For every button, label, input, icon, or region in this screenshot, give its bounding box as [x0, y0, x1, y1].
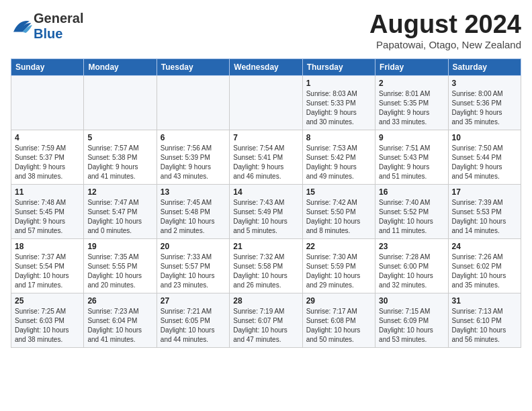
calendar-week-row: 18Sunrise: 7:37 AM Sunset: 5:54 PM Dayli…: [11, 238, 521, 293]
day-number: 24: [452, 242, 517, 251]
day-info: Sunrise: 7:28 AM Sunset: 6:00 PM Dayligh…: [379, 253, 444, 290]
day-number: 28: [233, 296, 298, 306]
day-number: 17: [452, 187, 517, 197]
day-number: 1: [306, 79, 371, 88]
location-subtitle: Papatowai, Otago, New Zealand: [369, 39, 521, 50]
day-info: Sunrise: 7:51 AM Sunset: 5:43 PM Dayligh…: [379, 144, 444, 181]
calendar-day-cell: 6Sunrise: 7:56 AM Sunset: 5:39 PM Daylig…: [157, 130, 229, 184]
day-number: 22: [306, 242, 371, 251]
day-info: Sunrise: 7:37 AM Sunset: 5:54 PM Dayligh…: [15, 253, 80, 290]
day-info: Sunrise: 7:15 AM Sunset: 6:09 PM Dayligh…: [379, 307, 444, 345]
day-info: Sunrise: 7:17 AM Sunset: 6:08 PM Dayligh…: [306, 307, 371, 345]
calendar-table: SundayMondayTuesdayWednesdayThursdayFrid…: [11, 58, 521, 348]
calendar-day-cell: 7Sunrise: 7:54 AM Sunset: 5:41 PM Daylig…: [230, 130, 302, 184]
calendar-day-cell: 23Sunrise: 7:28 AM Sunset: 6:00 PM Dayli…: [375, 238, 448, 293]
calendar-day-cell: 29Sunrise: 7:17 AM Sunset: 6:08 PM Dayli…: [302, 293, 375, 347]
day-number: 19: [87, 242, 152, 251]
calendar-day-cell: 30Sunrise: 7:15 AM Sunset: 6:09 PM Dayli…: [375, 293, 448, 347]
day-of-week-header: Saturday: [448, 58, 521, 75]
calendar-day-cell: 13Sunrise: 7:45 AM Sunset: 5:48 PM Dayli…: [157, 184, 229, 238]
day-number: 27: [161, 296, 226, 306]
calendar-week-row: 11Sunrise: 7:48 AM Sunset: 5:45 PM Dayli…: [11, 184, 521, 238]
calendar-day-cell: 26Sunrise: 7:23 AM Sunset: 6:04 PM Dayli…: [84, 293, 157, 347]
day-number: 29: [306, 296, 371, 306]
day-info: Sunrise: 7:56 AM Sunset: 5:39 PM Dayligh…: [161, 144, 226, 181]
calendar-day-cell: 2Sunrise: 8:01 AM Sunset: 5:35 PM Daylig…: [375, 75, 448, 130]
day-number: 15: [306, 187, 371, 197]
day-info: Sunrise: 7:32 AM Sunset: 5:58 PM Dayligh…: [233, 253, 298, 290]
day-info: Sunrise: 7:26 AM Sunset: 6:02 PM Dayligh…: [452, 253, 517, 290]
calendar-day-cell: 5Sunrise: 7:57 AM Sunset: 5:38 PM Daylig…: [84, 130, 157, 184]
calendar-day-cell: 20Sunrise: 7:33 AM Sunset: 5:57 PM Dayli…: [157, 238, 229, 293]
calendar-day-cell: 9Sunrise: 7:51 AM Sunset: 5:43 PM Daylig…: [375, 130, 448, 184]
calendar-day-cell: 16Sunrise: 7:40 AM Sunset: 5:52 PM Dayli…: [375, 184, 448, 238]
day-of-week-header: Monday: [84, 58, 157, 75]
day-number: 4: [15, 133, 80, 142]
day-info: Sunrise: 7:21 AM Sunset: 6:05 PM Dayligh…: [161, 307, 226, 345]
day-info: Sunrise: 7:23 AM Sunset: 6:04 PM Dayligh…: [87, 307, 152, 345]
calendar-day-cell: [230, 75, 302, 130]
logo-icon: [11, 17, 32, 36]
day-info: Sunrise: 7:13 AM Sunset: 6:10 PM Dayligh…: [452, 307, 517, 345]
calendar-week-row: 1Sunrise: 8:03 AM Sunset: 5:33 PM Daylig…: [11, 75, 521, 130]
day-number: 18: [15, 242, 80, 251]
day-number: 3: [452, 79, 517, 88]
day-number: 14: [233, 187, 298, 197]
day-info: Sunrise: 7:19 AM Sunset: 6:07 PM Dayligh…: [233, 307, 298, 345]
calendar-day-cell: 19Sunrise: 7:35 AM Sunset: 5:55 PM Dayli…: [84, 238, 157, 293]
day-info: Sunrise: 7:59 AM Sunset: 5:37 PM Dayligh…: [15, 144, 80, 181]
calendar-day-cell: [11, 75, 84, 130]
title-area: August 2024 Papatowai, Otago, New Zealan…: [369, 11, 521, 50]
day-info: Sunrise: 7:45 AM Sunset: 5:48 PM Dayligh…: [161, 198, 226, 236]
logo-blue-text: Blue: [34, 26, 62, 41]
calendar-day-cell: 12Sunrise: 7:47 AM Sunset: 5:47 PM Dayli…: [84, 184, 157, 238]
day-number: 20: [161, 242, 226, 251]
day-number: 11: [15, 187, 80, 197]
day-number: 10: [452, 133, 517, 142]
logo-general-text: General: [34, 11, 83, 26]
day-info: Sunrise: 7:40 AM Sunset: 5:52 PM Dayligh…: [379, 198, 444, 236]
day-info: Sunrise: 7:39 AM Sunset: 5:53 PM Dayligh…: [452, 198, 517, 236]
day-of-week-header: Tuesday: [157, 58, 229, 75]
day-of-week-header: Thursday: [302, 58, 375, 75]
day-info: Sunrise: 7:33 AM Sunset: 5:57 PM Dayligh…: [161, 253, 226, 290]
calendar-day-cell: [157, 75, 229, 130]
day-info: Sunrise: 8:00 AM Sunset: 5:36 PM Dayligh…: [452, 89, 517, 127]
calendar-day-cell: [84, 75, 157, 130]
day-info: Sunrise: 7:25 AM Sunset: 6:03 PM Dayligh…: [15, 307, 80, 345]
calendar-day-cell: 17Sunrise: 7:39 AM Sunset: 5:53 PM Dayli…: [448, 184, 521, 238]
day-number: 23: [379, 242, 444, 251]
day-number: 30: [379, 296, 444, 306]
calendar-day-cell: 25Sunrise: 7:25 AM Sunset: 6:03 PM Dayli…: [11, 293, 84, 347]
day-info: Sunrise: 7:50 AM Sunset: 5:44 PM Dayligh…: [452, 144, 517, 181]
day-number: 12: [87, 187, 152, 197]
calendar-week-row: 4Sunrise: 7:59 AM Sunset: 5:37 PM Daylig…: [11, 130, 521, 184]
day-info: Sunrise: 7:47 AM Sunset: 5:47 PM Dayligh…: [87, 198, 152, 236]
calendar-day-cell: 3Sunrise: 8:00 AM Sunset: 5:36 PM Daylig…: [448, 75, 521, 130]
calendar-day-cell: 10Sunrise: 7:50 AM Sunset: 5:44 PM Dayli…: [448, 130, 521, 184]
day-info: Sunrise: 7:35 AM Sunset: 5:55 PM Dayligh…: [87, 253, 152, 290]
day-number: 8: [306, 133, 371, 142]
calendar-day-cell: 31Sunrise: 7:13 AM Sunset: 6:10 PM Dayli…: [448, 293, 521, 347]
day-info: Sunrise: 8:03 AM Sunset: 5:33 PM Dayligh…: [306, 89, 371, 127]
calendar-day-cell: 22Sunrise: 7:30 AM Sunset: 5:59 PM Dayli…: [302, 238, 375, 293]
calendar-day-cell: 24Sunrise: 7:26 AM Sunset: 6:02 PM Dayli…: [448, 238, 521, 293]
logo: General Blue: [11, 11, 83, 42]
day-info: Sunrise: 7:53 AM Sunset: 5:42 PM Dayligh…: [306, 144, 371, 181]
day-info: Sunrise: 7:43 AM Sunset: 5:49 PM Dayligh…: [233, 198, 298, 236]
calendar-day-cell: 11Sunrise: 7:48 AM Sunset: 5:45 PM Dayli…: [11, 184, 84, 238]
calendar-header-row: SundayMondayTuesdayWednesdayThursdayFrid…: [11, 58, 521, 75]
day-number: 5: [87, 133, 152, 142]
day-number: 7: [233, 133, 298, 142]
day-info: Sunrise: 7:48 AM Sunset: 5:45 PM Dayligh…: [15, 198, 80, 236]
day-number: 25: [15, 296, 80, 306]
day-number: 21: [233, 242, 298, 251]
day-info: Sunrise: 7:30 AM Sunset: 5:59 PM Dayligh…: [306, 253, 371, 290]
month-title: August 2024: [369, 11, 521, 39]
calendar-day-cell: 28Sunrise: 7:19 AM Sunset: 6:07 PM Dayli…: [230, 293, 302, 347]
calendar-day-cell: 4Sunrise: 7:59 AM Sunset: 5:37 PM Daylig…: [11, 130, 84, 184]
day-of-week-header: Friday: [375, 58, 448, 75]
calendar-week-row: 25Sunrise: 7:25 AM Sunset: 6:03 PM Dayli…: [11, 293, 521, 347]
day-number: 16: [379, 187, 444, 197]
day-info: Sunrise: 7:54 AM Sunset: 5:41 PM Dayligh…: [233, 144, 298, 181]
